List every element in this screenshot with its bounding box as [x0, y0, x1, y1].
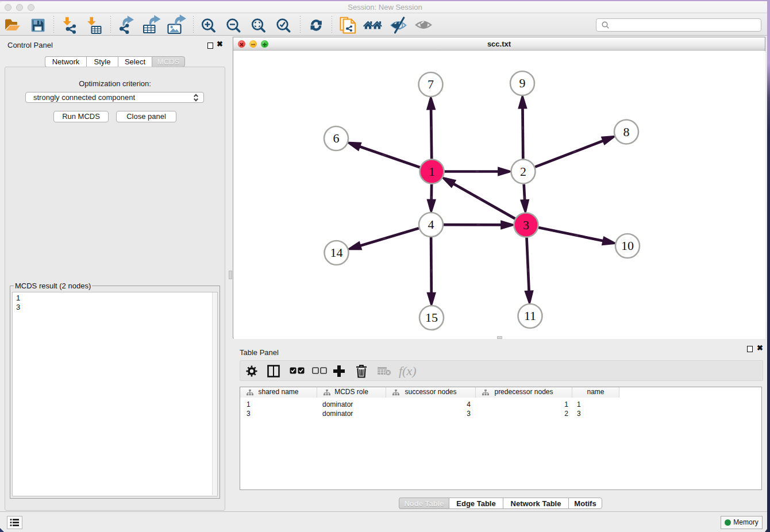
svg-text:3: 3 [523, 218, 529, 232]
svg-text:8: 8 [623, 125, 630, 139]
svg-text:9: 9 [519, 76, 526, 90]
svg-text:15: 15 [425, 310, 438, 325]
svg-text:11: 11 [524, 309, 536, 323]
svg-text:4: 4 [428, 217, 434, 232]
svg-text:14: 14 [330, 245, 343, 260]
svg-text:10: 10 [621, 238, 634, 253]
svg-text:7: 7 [428, 77, 434, 91]
svg-text:1: 1 [429, 164, 435, 179]
svg-text:2: 2 [520, 164, 526, 179]
svg-text:6: 6 [333, 131, 340, 145]
